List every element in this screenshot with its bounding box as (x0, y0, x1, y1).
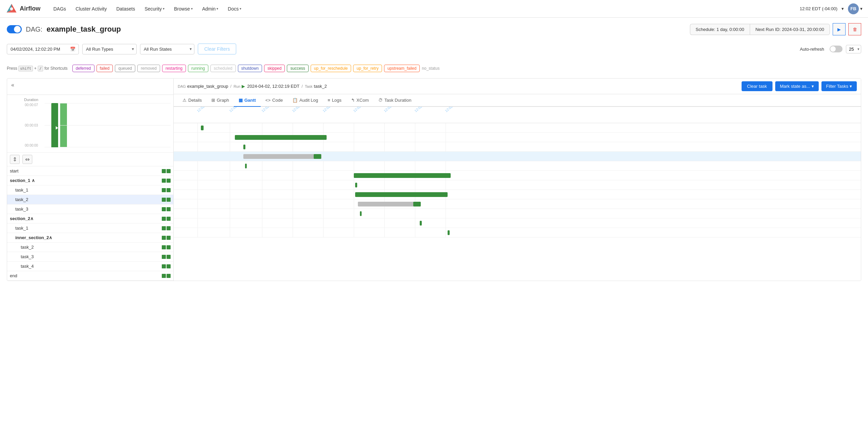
run-types-select[interactable]: All Run Types (82, 44, 137, 54)
duration-chart-label: Duration (24, 98, 171, 102)
clear-filters-btn[interactable]: Clear Filters (198, 44, 236, 54)
task-row-is2t2[interactable]: task_2 (7, 243, 173, 252)
task-row-start[interactable]: start (7, 166, 173, 176)
gantt-row-section2[interactable] (174, 171, 861, 180)
date-filter[interactable] (7, 44, 79, 54)
details-icon: ⚠ (183, 98, 187, 103)
tab-code[interactable]: <> Code (261, 94, 288, 107)
bar-s1t2-green (314, 154, 321, 159)
run-icon: ▶ (242, 84, 245, 89)
task-row-is2t4[interactable]: task_4 (7, 262, 173, 271)
dag-toggle[interactable] (7, 25, 22, 33)
gantt-row-inner-section2[interactable] (174, 190, 861, 199)
task-row-end[interactable]: end (7, 271, 173, 281)
gantt-row-s1t2[interactable] (174, 152, 861, 161)
task-row-inner-section2[interactable]: inner_section_2∧ (7, 233, 173, 243)
run-states-select[interactable]: All Run States (140, 44, 194, 54)
indicator-1 (162, 169, 166, 173)
clear-task-btn[interactable]: Clear task (742, 81, 772, 91)
task-name-start: start (10, 168, 159, 173)
tl-3: 12:02:21 EDT (261, 107, 279, 113)
gantt-row-s2t1[interactable] (174, 180, 861, 190)
gantt-row-is2t4[interactable] (174, 218, 861, 228)
filter-tasks-caret: ▾ (850, 84, 852, 89)
resize-expand-btn[interactable]: ⇕ (10, 155, 20, 164)
mark-state-btn[interactable]: Mark state as... ▾ (775, 81, 819, 91)
resize-collapse-btn[interactable]: ⇔ (22, 155, 32, 164)
breadcrumb-actions: Clear task Mark state as... ▾ Filter Tas… (742, 81, 857, 91)
gantt-row-is2t2[interactable] (174, 199, 861, 209)
y-label-bottom: 00:00:00 (25, 144, 38, 147)
nav-browse[interactable]: Browse ▾ (169, 0, 197, 18)
indicator-2 (167, 188, 171, 192)
autorefresh-toggle[interactable] (830, 46, 843, 52)
bar-is2t2-grey (358, 202, 421, 206)
badge-up-for-reschedule[interactable]: up_for_reschedule (311, 65, 351, 72)
task-row-s1t2[interactable]: task_2 (7, 195, 173, 204)
gantt-row-end[interactable] (174, 228, 861, 237)
delete-dag-btn[interactable]: 🗑 (848, 23, 861, 35)
tab-gantt[interactable]: ▦ Gantt (234, 94, 261, 107)
page-size-select[interactable]: 25 (846, 45, 861, 53)
nav-dags[interactable]: DAGs (49, 0, 71, 18)
nav-docs[interactable]: Docs ▾ (223, 0, 246, 18)
badge-success[interactable]: success (287, 65, 308, 72)
gantt-row-s1t1[interactable] (174, 142, 861, 152)
tab-audit-log[interactable]: 📋 Audit Log (288, 94, 323, 107)
indicator-pair (162, 207, 171, 211)
task-row-section1[interactable]: section_1 ∧ (7, 176, 173, 185)
tab-graph[interactable]: ⊞ Graph (207, 94, 234, 107)
nav-datasets[interactable]: Datasets (111, 0, 140, 18)
bc-sep-1: / (230, 84, 232, 89)
right-panel: DAG example_task_group / Run ▶ 2024-04-0… (174, 79, 861, 281)
gantt-row-s1t3[interactable] (174, 161, 861, 171)
tab-xcom[interactable]: ↰ XCom (346, 94, 374, 107)
badge-no-status[interactable]: no_status (422, 66, 439, 71)
security-caret: ▾ (163, 7, 164, 11)
tab-logs[interactable]: ≡ Logs (323, 94, 346, 107)
bar-is2t4 (420, 221, 422, 226)
badge-shutdown[interactable]: shutdown (238, 65, 262, 72)
bc-dag-value: example_task_group (187, 84, 228, 89)
brand[interactable]: Airflow (5, 3, 40, 15)
badge-skipped[interactable]: skipped (264, 65, 285, 72)
task-row-s1t1[interactable]: task_1 (7, 185, 173, 195)
left-panel: « Duration 00:00:07 00:00:03 00:00:00 (7, 79, 174, 281)
task-row-s1t3[interactable]: task_3 (7, 204, 173, 214)
docs-caret: ▾ (240, 7, 241, 11)
time-caret: ▾ (841, 6, 844, 11)
left-panel-header: « (7, 79, 173, 95)
badge-upstream-failed[interactable]: upstream_failed (384, 65, 420, 72)
indicator-pair (162, 188, 171, 192)
nav-security[interactable]: Security ▾ (140, 0, 169, 18)
y-label-mid: 00:00:03 (25, 123, 38, 127)
gantt-row-section1[interactable] (174, 133, 861, 142)
badge-restarting[interactable]: restarting (162, 65, 186, 72)
badge-deferred[interactable]: deferred (72, 65, 94, 72)
tab-task-duration[interactable]: ⏱ Task Duration (374, 94, 416, 107)
badge-running[interactable]: running (188, 65, 208, 72)
badge-queued[interactable]: queued (115, 65, 135, 72)
badge-up-for-retry[interactable]: up_for_retry (353, 65, 382, 72)
gantt-row-start[interactable] (174, 123, 861, 133)
task-row-is2t3[interactable]: task_3 (7, 252, 173, 262)
filter-tasks-btn[interactable]: Filter Tasks ▾ (821, 81, 857, 91)
gantt-body (174, 123, 861, 237)
task-row-section2[interactable]: section_2∧ (7, 214, 173, 224)
nav-cluster-activity[interactable]: Cluster Activity (71, 0, 111, 18)
nav-time[interactable]: 12:02 EDT (-04:00) (800, 6, 837, 11)
user-avatar[interactable]: FB (848, 3, 859, 14)
badge-failed[interactable]: failed (97, 65, 113, 72)
schedule-btn[interactable]: Schedule: 1 day, 0:00:00 (690, 24, 750, 35)
next-run-btn[interactable]: Next Run ID: 2024-03-31, 20:00:00 (750, 24, 830, 35)
trigger-dag-btn[interactable]: ▶ (833, 23, 846, 35)
gantt-row-is2t3[interactable] (174, 209, 861, 218)
task-row-s2t1[interactable]: task_1 (7, 224, 173, 233)
badge-scheduled[interactable]: scheduled (210, 65, 236, 72)
nav-admin[interactable]: Admin ▾ (197, 0, 223, 18)
badge-removed[interactable]: removed (137, 65, 160, 72)
tab-details[interactable]: ⚠ Details (178, 94, 207, 107)
task-indicators-section1 (162, 179, 171, 183)
collapse-left-btn[interactable]: « (10, 81, 16, 89)
task-name-inner-section2: inner_section_2∧ (10, 235, 159, 240)
